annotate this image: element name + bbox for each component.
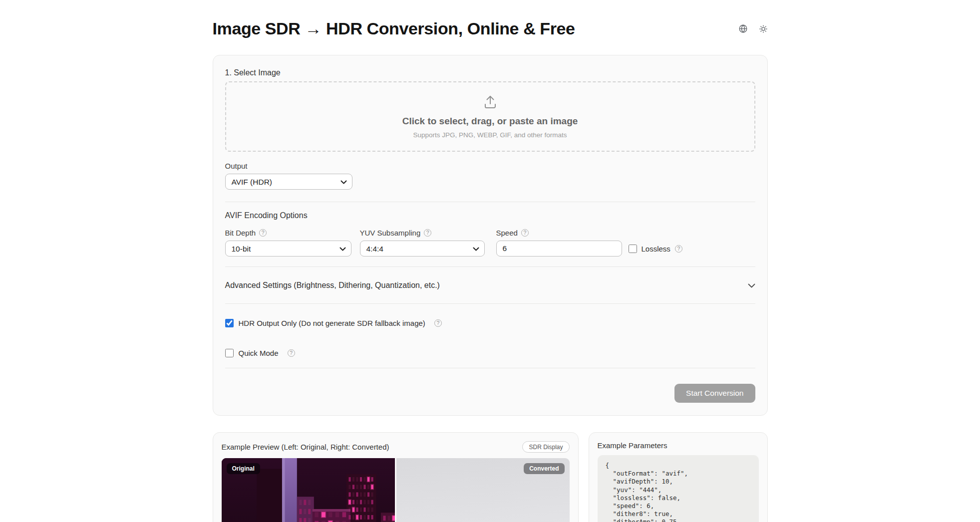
sun-icon[interactable]: [759, 24, 768, 33]
quick-mode-checkbox[interactable]: [225, 349, 234, 357]
parameters-json: { "outFormat": "avif", "avifDepth": 10, …: [606, 462, 751, 522]
help-icon[interactable]: ?: [288, 349, 295, 357]
speed-label: Speed ?: [496, 229, 622, 237]
output-select[interactable]: AVIF (HDR): [225, 174, 352, 190]
help-icon[interactable]: ?: [259, 229, 267, 237]
speed-input[interactable]: [496, 241, 622, 257]
parameters-code-block: { "outFormat": "avif", "avifDepth": 10, …: [598, 455, 759, 522]
globe-icon[interactable]: [738, 24, 748, 33]
lossless-label[interactable]: Lossless: [642, 245, 670, 253]
bit-depth-field: Bit Depth ? 10-bit: [225, 229, 351, 257]
quick-mode-label[interactable]: Quick Mode: [239, 349, 279, 357]
avif-fields-row: Bit Depth ? 10-bit YUV Subsampling ?: [225, 229, 755, 257]
converter-card: 1. Select Image Click to select, drag, o…: [213, 55, 768, 416]
hdr-output-only-checkbox[interactable]: [225, 319, 234, 327]
bit-depth-select[interactable]: 10-bit: [225, 241, 351, 257]
converted-badge: Converted: [524, 463, 564, 474]
image-dropzone[interactable]: Click to select, drag, or paste an image…: [225, 81, 755, 152]
chevron-down-icon: [748, 281, 755, 290]
dropzone-subtitle: Supports JPG, PNG, WEBP, GIF, and other …: [413, 131, 567, 139]
page-container: Image SDR → HDR Conversion, Online & Fre…: [213, 0, 768, 522]
upload-icon: [482, 94, 498, 111]
original-badge: Original: [227, 463, 260, 474]
start-conversion-button[interactable]: Start Conversion: [674, 384, 755, 403]
advanced-settings-accordion[interactable]: Advanced Settings (Brightness, Dithering…: [225, 267, 755, 303]
parameters-title: Example Parameters: [598, 441, 759, 450]
original-image: Original: [222, 458, 395, 522]
hdr-output-only-label[interactable]: HDR Output Only (Do not generate SDR fal…: [239, 319, 425, 327]
divider: [225, 303, 755, 304]
divider: [225, 368, 755, 368]
sdr-display-badge[interactable]: SDR Display: [522, 441, 569, 453]
help-icon[interactable]: ?: [675, 245, 682, 253]
yuv-subsampling-select[interactable]: 4:4:4: [360, 241, 485, 257]
help-icon[interactable]: ?: [434, 319, 442, 327]
bottom-section: Example Preview (Left: Original, Right: …: [213, 432, 768, 522]
example-preview-card: Example Preview (Left: Original, Right: …: [213, 432, 579, 522]
output-label: Output: [225, 162, 755, 170]
avif-options-heading: AVIF Encoding Options: [225, 211, 755, 220]
image-compare: Original Converted: [222, 458, 570, 522]
speed-field: Speed ?: [496, 229, 622, 257]
page-title: Image SDR → HDR Conversion, Online & Fre…: [213, 19, 575, 38]
preview-title: Example Preview (Left: Original, Right: …: [222, 443, 389, 451]
hdr-output-only-field: HDR Output Only (Do not generate SDR fal…: [225, 319, 755, 327]
lossless-field: Lossless ?: [629, 241, 682, 257]
output-select-wrap: AVIF (HDR): [225, 174, 352, 190]
advanced-settings-label: Advanced Settings (Brightness, Dithering…: [225, 281, 440, 290]
quick-mode-field: Quick Mode ?: [225, 349, 755, 357]
page-header: Image SDR → HDR Conversion, Online & Fre…: [213, 0, 768, 38]
header-icons: [738, 24, 768, 33]
select-image-heading: 1. Select Image: [225, 68, 755, 77]
preview-header: Example Preview (Left: Original, Right: …: [222, 441, 570, 453]
divider: [225, 202, 755, 202]
lossless-checkbox[interactable]: [629, 245, 637, 253]
yuv-subsampling-label: YUV Subsampling ?: [360, 229, 485, 237]
help-icon[interactable]: ?: [424, 229, 431, 237]
converted-image: Converted: [396, 458, 570, 522]
yuv-subsampling-field: YUV Subsampling ? 4:4:4: [360, 229, 485, 257]
example-parameters-card: Example Parameters { "outFormat": "avif"…: [589, 432, 768, 522]
help-icon[interactable]: ?: [521, 229, 529, 237]
bit-depth-label: Bit Depth ?: [225, 229, 351, 237]
dropzone-title: Click to select, drag, or paste an image: [402, 116, 578, 127]
actions-row: Start Conversion: [225, 384, 755, 403]
